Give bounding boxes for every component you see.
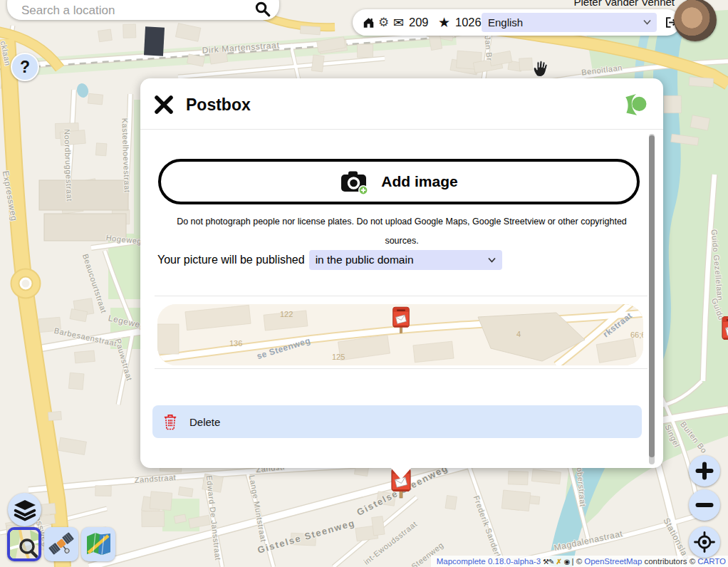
postbox-marker-partial[interactable] xyxy=(721,316,728,348)
minimap-house-number: 125 xyxy=(332,353,345,361)
map-attribution: Mapcomplete 0.18.0-alpha-3⚒✎✗◉ | © OpenS… xyxy=(431,556,728,567)
postbox-popup: Postbox Add image Do not photograph peop… xyxy=(140,78,663,468)
help-button[interactable]: ? xyxy=(11,53,39,81)
delete-button[interactable]: Delete xyxy=(152,405,642,438)
popup-pointer-tail xyxy=(390,467,412,479)
settings-gear-icon[interactable]: ⚙ xyxy=(378,9,389,36)
close-icon[interactable] xyxy=(153,94,175,115)
popup-scrollbar-thumb[interactable] xyxy=(649,135,655,457)
osm-map-icon xyxy=(10,530,38,558)
background-map-button[interactable] xyxy=(81,527,115,561)
language-select[interactable]: English xyxy=(482,13,657,32)
minimap-house-number: 122 xyxy=(280,310,293,318)
layers-button[interactable] xyxy=(8,493,41,526)
attribution-icon-dot: ◉ xyxy=(564,558,570,566)
zoom-in-button[interactable] xyxy=(689,455,720,487)
minimap-house-number: 136 xyxy=(229,339,242,348)
image-disclaimer: Do not photograph people nor license pla… xyxy=(162,212,641,251)
language-value: English xyxy=(488,16,523,28)
messages-count[interactable]: 209 xyxy=(409,9,429,36)
chevron-down-icon xyxy=(488,257,496,263)
background-osm-button[interactable] xyxy=(7,527,41,561)
chevron-down-icon xyxy=(643,19,651,25)
license-row: Your picture will be published in the pu… xyxy=(157,250,502,270)
header-divider xyxy=(140,129,663,130)
section-divider xyxy=(155,368,648,369)
carto-link[interactable]: CARTO xyxy=(697,557,726,566)
geolocate-button[interactable] xyxy=(689,526,720,558)
mapcomplete-app: Dirk MartensstraatcklaanJan BrBenoitlaan… xyxy=(0,0,728,567)
layers-icon xyxy=(12,498,38,522)
license-value: in the public domain xyxy=(316,254,414,266)
delete-label: Delete xyxy=(189,416,220,428)
publish-text: Your picture will be published xyxy=(157,254,305,266)
attribution-icon-x: ✗ xyxy=(556,558,561,566)
attribution-separator: | © xyxy=(572,557,583,566)
feature-minimap[interactable]: se Steenwegrkstraat122136125466;66 xyxy=(157,304,643,365)
search-input[interactable] xyxy=(20,3,251,19)
search-bar xyxy=(7,0,279,20)
home-icon[interactable] xyxy=(362,9,375,36)
zoom-out-button[interactable] xyxy=(689,489,720,521)
user-avatar[interactable] xyxy=(674,0,717,41)
minimap-postbox-marker xyxy=(392,306,410,335)
user-name: Pieter Vander Vennet xyxy=(518,0,675,8)
camera-plus-icon xyxy=(340,169,370,195)
folded-map-icon xyxy=(84,529,113,558)
changesets-star-icon[interactable]: ★ xyxy=(438,9,450,36)
messages-envelope-icon[interactable]: ✉ xyxy=(393,9,404,36)
attribution-contributors: contributors © xyxy=(644,557,695,566)
search-icon[interactable] xyxy=(254,1,271,17)
license-select[interactable]: in the public domain xyxy=(309,250,502,270)
mapcomplete-version-link[interactable]: Mapcomplete 0.18.0-alpha-3 xyxy=(437,557,541,566)
section-divider xyxy=(155,296,648,296)
user-panel: ⚙ ✉ 209 ★ 10265 English xyxy=(353,9,680,36)
add-image-label: Add image xyxy=(381,173,457,190)
crosshair-icon xyxy=(694,531,715,553)
minimap-house-number: 66;66 xyxy=(630,331,643,339)
satellite-icon xyxy=(47,529,76,558)
attribution-icons: ⚒✎ xyxy=(543,558,553,566)
minimap-house-number: 4 xyxy=(516,330,521,338)
theme-logo-icon xyxy=(622,93,648,121)
trash-icon xyxy=(163,413,177,430)
popup-title: Postbox xyxy=(186,95,251,115)
plus-icon xyxy=(695,462,714,480)
osm-link[interactable]: OpenStreetMap xyxy=(584,557,642,566)
minus-icon xyxy=(695,496,714,514)
add-image-button[interactable]: Add image xyxy=(158,159,640,204)
background-satellite-button[interactable] xyxy=(44,527,78,561)
